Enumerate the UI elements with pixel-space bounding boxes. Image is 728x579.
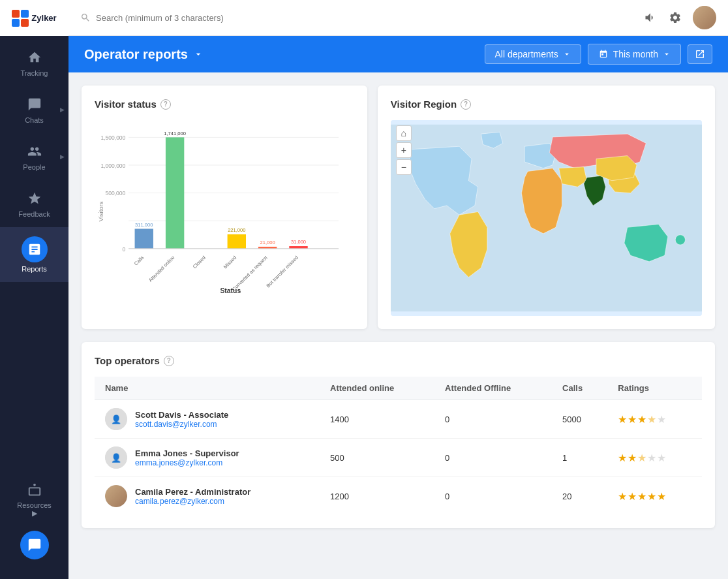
operator-avatar [105,485,127,507]
people-chevron: ▶ [60,153,65,160]
visitor-status-chart: Visitors 1,500,000 1,000,000 500,000 0 [95,120,354,303]
sidebar-label-chats: Chats [25,116,44,124]
search-box [80,12,643,23]
svg-rect-0 [12,10,20,18]
table-row: 👤 Scott Davis - Associate scott.davis@zy… [95,400,702,439]
sidebar-nav: Tracking Chats ▶ People ▶ Feedback [0,36,68,467]
col-ratings: Ratings [607,377,702,400]
svg-rect-3 [21,19,29,27]
sidebar-item-chats[interactable]: Chats ▶ [0,86,68,133]
map-zoom-in-button[interactable]: + [396,142,412,158]
svg-rect-1 [21,10,29,18]
visitor-region-title: Visitor Region ? [391,99,702,110]
avatar-image [693,6,716,29]
sidebar-label-resources: Resources [17,501,52,509]
svg-text:Closed: Closed [192,255,207,270]
sidebar-item-feedback[interactable]: Feedback [0,180,68,227]
col-attended-online: Attended online [320,377,434,400]
operator-name-cell: 👤 Emma Jones - Supervisor emma.jones@zyl… [95,439,320,477]
search-icon [80,12,91,23]
content-area: Visitor status ? Visitors 1,500,000 [68,72,728,579]
svg-rect-2 [12,19,20,27]
settings-icon[interactable] [668,10,682,25]
table-row: 👤 Emma Jones - Supervisor emma.jones@zyl… [95,439,702,477]
svg-text:Attended online: Attended online [147,255,176,283]
visitor-status-title: Visitor status ? [95,99,354,110]
chat-icon [25,95,44,114]
sidebar-bottom: Resources ▶ [0,467,68,579]
resources-chevron: ▶ [32,509,37,518]
reports-icon [22,236,48,262]
operator-attended-online: 500 [320,439,434,477]
svg-rect-23 [289,246,307,249]
map-zoom-out-button[interactable]: − [396,159,412,175]
operator-name-cell: Camila Perez - Administrator camila.pere… [95,477,320,516]
operator-name: Scott Davis - Associate [135,410,228,420]
date-chevron-icon [662,50,671,59]
world-map: ⌂ + − [391,120,702,316]
operator-rating: ★★★★★ [607,400,702,439]
svg-rect-16 [166,137,184,248]
calendar-icon [598,48,609,60]
svg-text:1,741,000: 1,741,000 [164,131,186,136]
topbar-actions [643,6,716,29]
departments-chevron-icon [562,50,571,59]
sidebar-item-resources[interactable]: Resources ▶ [0,475,68,524]
operators-help-icon[interactable]: ? [164,356,174,366]
svg-text:1,500,000: 1,500,000 [100,134,125,141]
page-title: Operator reports [84,47,204,62]
top-operators-card: Top operators ? Name Attended online Att… [82,342,715,528]
svg-text:1,000,000: 1,000,000 [100,163,125,169]
operator-attended-online: 1400 [320,400,434,439]
svg-text:Converted as request: Converted as request [231,254,269,292]
svg-text:21,000: 21,000 [260,240,275,245]
logo: Zylker [0,0,68,36]
visitor-status-card: Visitor status ? Visitors 1,500,000 [82,86,367,329]
operator-avatar: 👤 [105,446,127,469]
operator-rating: ★★★★★ [607,439,702,477]
map-home-button[interactable]: ⌂ [396,125,412,141]
operator-avatar: 👤 [105,408,127,430]
visitor-region-help-icon[interactable]: ? [461,99,471,110]
operator-name: Camila Perez - Administrator [135,487,250,497]
export-button[interactable] [688,44,712,64]
sidebar-label-feedback: Feedback [18,210,50,218]
map-controls: ⌂ + − [396,125,412,175]
operator-attended-offline: 0 [434,439,552,477]
svg-text:Calls: Calls [133,255,145,266]
col-calls: Calls [552,377,607,400]
sidebar-item-reports[interactable]: Reports [0,227,68,282]
sidebar-label-tracking: Tracking [21,69,48,77]
svg-text:311,000: 311,000 [135,222,153,228]
star-icon [25,189,44,208]
chats-chevron: ▶ [60,106,65,113]
user-avatar[interactable] [693,6,716,29]
date-dropdown[interactable]: This month [588,44,681,65]
map-svg [391,120,702,316]
col-attended-offline: Attended Offline [434,377,552,400]
operators-table: Name Attended online Attended Offline Ca… [95,377,702,515]
export-icon [695,49,705,59]
operator-email: emma.jones@zylker.com [135,458,239,467]
svg-text:221,000: 221,000 [228,227,245,233]
svg-text:31,000: 31,000 [291,239,306,245]
sidebar-item-people[interactable]: People ▶ [0,133,68,180]
search-input[interactable] [96,13,643,23]
bar-chart-svg: Visitors 1,500,000 1,000,000 500,000 0 [95,120,354,303]
header-bar: Operator reports All departments This mo… [68,36,728,72]
title-dropdown-icon[interactable] [193,49,204,59]
chat-bubble-button[interactable] [20,531,49,559]
operator-calls: 5000 [552,400,607,439]
charts-row: Visitor status ? Visitors 1,500,000 [82,86,715,329]
sidebar-item-tracking[interactable]: Tracking [0,39,68,86]
visitor-status-help-icon[interactable]: ? [160,99,171,110]
departments-dropdown[interactable]: All departments [485,44,581,64]
volume-icon[interactable] [643,10,658,25]
operator-attended-offline: 0 [434,477,552,516]
operator-attended-online: 1200 [320,477,434,516]
svg-point-34 [675,235,685,245]
operator-rating: ★★★★★ [607,477,702,516]
operator-name: Emma Jones - Supervisor [135,448,239,458]
top-operators-title: Top operators ? [95,355,702,366]
svg-text:0: 0 [123,246,126,253]
